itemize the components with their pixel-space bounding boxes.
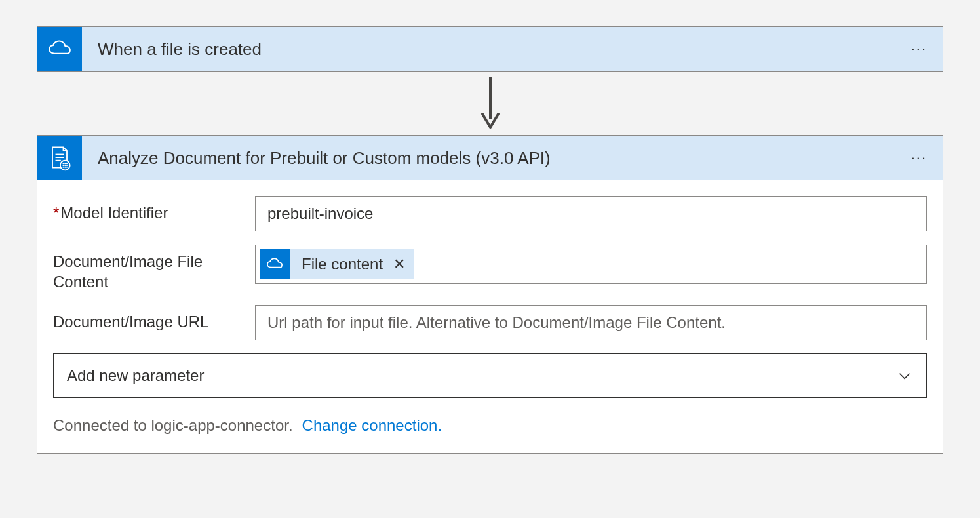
svg-point-11 (62, 167, 64, 168)
connection-info: Connected to logic-app-connector. Change… (53, 416, 927, 435)
svg-point-12 (64, 167, 66, 168)
action-more-menu[interactable]: ··· (895, 149, 943, 167)
svg-point-9 (64, 165, 66, 166)
trigger-header[interactable]: When a file is created ··· (37, 27, 943, 71)
image-url-label: Document/Image URL (53, 305, 247, 332)
svg-point-10 (66, 165, 68, 166)
file-content-label: Document/Image File Content (53, 245, 247, 292)
file-content-token[interactable]: File content ✕ (260, 249, 414, 279)
action-header[interactable]: Analyze Document for Prebuilt or Custom … (37, 136, 943, 180)
chevron-down-icon (896, 367, 913, 384)
onedrive-icon (260, 249, 290, 279)
add-parameter-dropdown[interactable]: Add new parameter (53, 353, 927, 398)
image-url-row: Document/Image URL (53, 305, 927, 340)
change-connection-link[interactable]: Change connection. (302, 416, 442, 435)
action-body: *Model Identifier Document/Image File Co… (37, 180, 943, 453)
svg-point-8 (62, 165, 64, 166)
svg-point-5 (62, 163, 64, 164)
add-parameter-label: Add new parameter (67, 367, 204, 385)
svg-point-13 (66, 167, 68, 168)
model-identifier-row: *Model Identifier (53, 196, 927, 231)
trigger-more-menu[interactable]: ··· (895, 41, 943, 58)
onedrive-icon (37, 27, 82, 71)
token-label: File content (290, 255, 392, 273)
document-cog-icon (37, 136, 82, 180)
trigger-card[interactable]: When a file is created ··· (37, 26, 943, 72)
file-content-row: Document/Image File Content File content… (53, 245, 927, 292)
action-title: Analyze Document for Prebuilt or Custom … (82, 148, 895, 169)
trigger-title: When a file is created (82, 39, 895, 60)
model-identifier-label: *Model Identifier (53, 196, 247, 223)
connection-text: Connected to logic-app-connector. (53, 416, 293, 435)
required-indicator: * (53, 204, 59, 222)
token-remove-button[interactable]: ✕ (392, 256, 414, 273)
model-identifier-input[interactable] (255, 196, 927, 231)
svg-point-6 (64, 163, 66, 164)
flow-arrow (37, 76, 943, 131)
action-card: Analyze Document for Prebuilt or Custom … (37, 135, 943, 454)
svg-point-7 (66, 163, 68, 164)
file-content-field[interactable]: File content ✕ (255, 245, 927, 284)
image-url-input[interactable] (255, 305, 927, 340)
